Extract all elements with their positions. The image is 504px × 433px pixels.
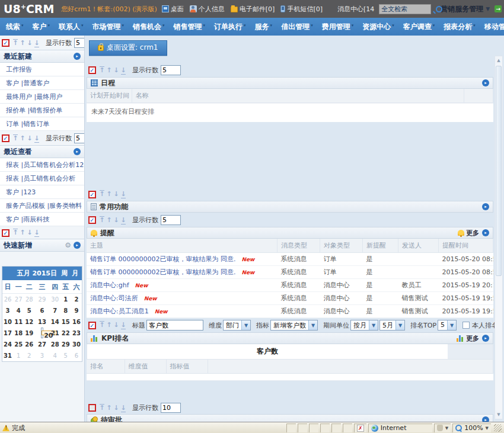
move-up-icon[interactable]: ↑ bbox=[106, 321, 113, 329]
move-bottom-icon[interactable]: ↓ bbox=[120, 190, 127, 198]
move-down-icon[interactable]: ↓ bbox=[113, 321, 120, 329]
column-header[interactable]: 发送人 bbox=[398, 239, 439, 253]
expand-icon[interactable]: ▸ bbox=[482, 229, 489, 236]
move-up-icon[interactable]: ↑ bbox=[106, 190, 113, 198]
nav-item[interactable]: 线索▾ bbox=[6, 22, 24, 32]
move-down-icon[interactable]: ↓ bbox=[113, 216, 120, 224]
move-top-icon[interactable]: ↑ bbox=[12, 229, 19, 237]
protected-mode-cell[interactable]: ▼ bbox=[434, 424, 451, 432]
move-top-icon[interactable]: ↑ bbox=[98, 66, 106, 75]
panel-visible-checkbox[interactable] bbox=[88, 66, 96, 74]
column-header[interactable]: 计划开始时间 bbox=[87, 89, 132, 103]
list-item[interactable]: 报价单 |销售报价单 bbox=[0, 104, 84, 117]
desktop-link[interactable]: 桌面 bbox=[162, 5, 184, 14]
list-item[interactable]: 工作报告 bbox=[0, 63, 84, 76]
expand-icon[interactable]: ▸ bbox=[74, 148, 81, 155]
list-item[interactable]: 报表 |员工销售机会分析 bbox=[0, 172, 84, 185]
column-header[interactable]: 指标值 bbox=[166, 360, 208, 374]
column-header[interactable]: 对象类型 bbox=[320, 239, 363, 253]
calendar-day[interactable]: 2 bbox=[24, 350, 34, 361]
profile-link[interactable]: 个人信息 bbox=[190, 5, 225, 14]
column-header[interactable]: 名称 bbox=[132, 89, 464, 103]
logout-button[interactable]: →登出 bbox=[495, 4, 504, 14]
calendar-day[interactable]: 1 bbox=[60, 294, 71, 306]
reminder-row[interactable]: 销售订单 0000000002已审核，审核结果为 同意.New系统消息订单是20… bbox=[87, 253, 493, 266]
reminder-subject-link[interactable]: 消息中心:司法所 bbox=[90, 294, 138, 302]
nav-item[interactable]: 市场管理▾ bbox=[92, 22, 125, 32]
expand-icon[interactable]: ▸ bbox=[482, 416, 489, 422]
move-down-icon[interactable]: ↓ bbox=[113, 190, 120, 198]
calendar-day[interactable]: 30 bbox=[50, 294, 60, 306]
calendar-day[interactable]: 17 bbox=[2, 328, 13, 339]
column-header[interactable]: 消息类型 bbox=[277, 239, 320, 253]
calendar-day[interactable]: 11 bbox=[13, 316, 24, 328]
calendar-day[interactable]: 27 bbox=[13, 294, 24, 306]
panel-visible-checkbox[interactable] bbox=[88, 216, 96, 224]
panel-visible-checkbox[interactable] bbox=[88, 322, 96, 329]
calendar-day[interactable]: 7 bbox=[50, 305, 60, 316]
kpi-title-input[interactable] bbox=[146, 320, 203, 331]
expand-icon[interactable]: ▸ bbox=[482, 203, 489, 210]
panel-visible-checkbox[interactable] bbox=[88, 404, 96, 412]
calendar-day[interactable]: 18 bbox=[13, 328, 24, 339]
reminder-row[interactable]: 消息中心:ghfNew系统消息消息中心是教员工2015-05-19 20:11.… bbox=[87, 279, 493, 292]
nav-item[interactable]: 费用管理▾ bbox=[322, 22, 354, 32]
reminder-subject-link[interactable]: 销售订单 0000000002已审核，审核结果为 同意. bbox=[90, 268, 235, 276]
expand-icon[interactable]: ▸ bbox=[482, 79, 489, 86]
column-header[interactable]: 新提醒 bbox=[363, 239, 398, 253]
calendar-day[interactable]: 16 bbox=[71, 316, 82, 328]
calendar-day[interactable]: 28 bbox=[24, 294, 34, 306]
calendar-day[interactable]: 23 bbox=[71, 328, 82, 339]
calendar-day[interactable]: 19 bbox=[24, 328, 34, 339]
calendar-day[interactable]: 31 bbox=[2, 350, 13, 361]
nav-item[interactable]: 客户调查▾ bbox=[403, 22, 435, 32]
calendar-selected-day[interactable]: 20 bbox=[41, 328, 43, 338]
list-item[interactable]: 报表 |员工销售机会分析123 bbox=[0, 158, 84, 172]
move-top-icon[interactable]: ↑ bbox=[12, 39, 19, 47]
calendar-day[interactable]: 13 bbox=[34, 316, 49, 328]
expand-icon[interactable]: ▸ bbox=[482, 335, 489, 342]
calendar-week-view[interactable]: 周 bbox=[61, 269, 68, 278]
expand-icon[interactable]: ▸ bbox=[74, 242, 81, 249]
nav-item[interactable]: 借出管理▾ bbox=[281, 22, 313, 32]
calendar-day[interactable]: 30 bbox=[71, 339, 82, 350]
calendar-day[interactable]: 3 bbox=[34, 350, 49, 361]
desktop-settings-tab[interactable]: 桌面设置: crm1 bbox=[89, 40, 167, 56]
rows-count-input[interactable] bbox=[161, 215, 181, 225]
kpi-dimension-select[interactable]: 部门▼ bbox=[223, 320, 251, 331]
move-top-icon[interactable]: ↑ bbox=[12, 134, 19, 143]
column-header[interactable]: 维度值 bbox=[125, 360, 166, 374]
calendar-day[interactable]: 28 bbox=[50, 339, 60, 350]
move-bottom-icon[interactable]: ↓ bbox=[120, 216, 127, 224]
calendar-day[interactable]: 1 bbox=[13, 350, 24, 361]
calendar-day-view[interactable]: 日 bbox=[50, 269, 57, 278]
move-bottom-icon[interactable]: ↓ bbox=[120, 404, 127, 412]
nav-item[interactable]: 订单执行▾ bbox=[214, 22, 246, 32]
rows-count-input[interactable] bbox=[161, 403, 181, 413]
reminder-row[interactable]: 消息中心:员工消息1New系统消息消息中心是销售测试2015-05-19 19:… bbox=[87, 305, 493, 318]
reminders-more-link[interactable]: 更多 bbox=[458, 229, 479, 238]
gear-icon[interactable]: ⚙ bbox=[65, 241, 71, 249]
column-header[interactable]: 主题 bbox=[87, 239, 277, 253]
nav-item[interactable]: 联系人▾ bbox=[59, 22, 84, 32]
move-down-icon[interactable]: ↓ bbox=[26, 39, 33, 47]
nav-item[interactable]: 报表分析▾ bbox=[444, 22, 476, 32]
move-up-icon[interactable]: ↑ bbox=[106, 216, 113, 224]
column-header[interactable]: 排名 bbox=[87, 360, 125, 374]
scroll-down-icon[interactable]: ▼ bbox=[495, 410, 502, 419]
calendar-day[interactable]: 12 bbox=[24, 316, 34, 328]
calendar-day[interactable]: 8 bbox=[60, 305, 71, 316]
calendar-day[interactable]: 4 bbox=[13, 305, 24, 316]
role-menu[interactable]: 营销服务管理▼ bbox=[441, 4, 490, 14]
calendar-day[interactable]: 15 bbox=[60, 316, 71, 328]
move-bottom-icon[interactable]: ↓ bbox=[33, 134, 40, 143]
message-center-link[interactable]: 消息中心[14 bbox=[328, 5, 374, 14]
move-top-icon[interactable]: ↑ bbox=[98, 321, 106, 329]
calendar-day[interactable]: 26 bbox=[2, 294, 13, 306]
nav-item[interactable]: 资源中心▾ bbox=[362, 22, 394, 32]
calendar-day[interactable]: 10 bbox=[2, 316, 13, 328]
move-down-icon[interactable]: ↓ bbox=[26, 134, 33, 143]
calendar-day[interactable]: 14 bbox=[50, 316, 60, 328]
calendar-day[interactable]: 3 bbox=[2, 305, 13, 316]
nav-item[interactable]: 服务▾ bbox=[255, 22, 273, 32]
